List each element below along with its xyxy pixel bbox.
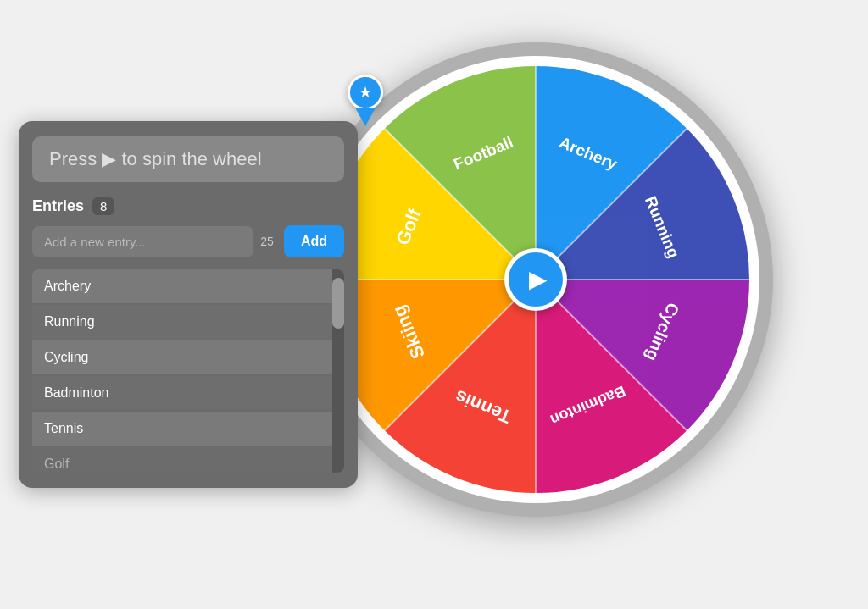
- entries-count: 8: [92, 197, 114, 215]
- list-item[interactable]: Tennis: [32, 412, 344, 447]
- entries-scroll-area: Archery Running Cycling Badminton Tennis…: [32, 269, 344, 473]
- entry-input[interactable]: [32, 226, 253, 257]
- spin-label: Press ▶ to spin the wheel: [49, 148, 262, 170]
- entries-list: Archery Running Cycling Badminton Tennis…: [32, 269, 344, 473]
- entries-header: Entries 8: [32, 197, 344, 215]
- pointer-wrap: ★: [348, 75, 383, 126]
- list-item[interactable]: Archery: [32, 269, 344, 305]
- input-row: 25 Add: [32, 225, 344, 257]
- list-item[interactable]: Cycling: [32, 340, 344, 376]
- entries-label: Entries: [32, 197, 84, 215]
- list-item[interactable]: Golf: [32, 447, 344, 473]
- play-icon: ▶: [529, 265, 548, 293]
- list-item[interactable]: Running: [32, 305, 344, 340]
- center-play-button[interactable]: ▶: [504, 248, 567, 311]
- char-count: 25: [260, 235, 274, 248]
- list-item[interactable]: Badminton: [32, 376, 344, 412]
- add-button[interactable]: Add: [284, 225, 344, 257]
- pointer-circle: ★: [348, 75, 383, 110]
- main-container: Press ▶ to spin the wheel Entries 8 25 A…: [19, 25, 849, 584]
- scroll-thumb[interactable]: [332, 278, 344, 329]
- spin-button-bar[interactable]: Press ▶ to spin the wheel: [32, 136, 344, 182]
- scroll-bar[interactable]: [332, 269, 344, 473]
- pointer-triangle: [355, 108, 376, 126]
- star-icon: ★: [359, 83, 372, 102]
- left-panel: Press ▶ to spin the wheel Entries 8 25 A…: [19, 121, 358, 488]
